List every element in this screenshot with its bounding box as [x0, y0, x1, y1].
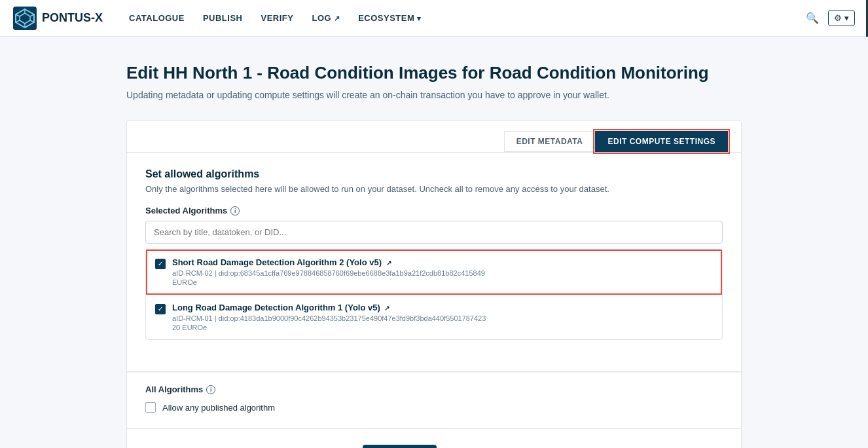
submit-button[interactable]: SUBMIT — [363, 445, 437, 448]
algorithm-search-input[interactable] — [145, 221, 723, 244]
logo-text: PONTUS-X — [42, 11, 103, 25]
info-icon[interactable]: i — [230, 206, 240, 215]
external-link-icon-2[interactable]: ↗ — [384, 305, 389, 312]
check-icon: ✓ — [158, 261, 163, 267]
algorithm-1-price: EUROe — [172, 278, 713, 286]
nav-catalogue[interactable]: CATALOGUE — [129, 13, 185, 23]
algorithm-list: ✓ Short Road Damage Detection Algorithm … — [145, 249, 723, 340]
algorithm-2-price: 20 EUROe — [172, 324, 713, 331]
external-link-icon-1[interactable]: ↗ — [386, 259, 391, 267]
algorithm-item-1: ✓ Short Road Damage Detection Algorithm … — [146, 250, 722, 295]
allow-any-label: Allow any published algorithm — [162, 403, 275, 413]
page-title: Edit HH North 1 - Road Condition Images … — [126, 63, 742, 83]
selected-algorithms-label: Selected Algorithms i — [145, 206, 723, 215]
algorithm-2-checkbox[interactable]: ✓ — [155, 304, 166, 314]
algorithm-2-name: Long Road Damage Detection Algorithm 1 (… — [172, 303, 713, 312]
gear-icon: ⚙ — [834, 13, 842, 23]
allow-any-checkbox[interactable] — [145, 402, 156, 413]
algorithm-item-2: ✓ Long Road Damage Detection Algorithm 1… — [146, 295, 722, 339]
header-right: 🔍 ⚙ ▾ — [803, 9, 855, 27]
nav-ecosystem[interactable]: ECOSYSTEM — [358, 13, 421, 23]
algorithm-1-checkbox[interactable]: ✓ — [155, 259, 166, 269]
check-icon-2: ✓ — [158, 306, 163, 312]
search-button[interactable]: 🔍 — [803, 9, 822, 27]
all-algorithms-label: All Algorithms i — [145, 384, 723, 394]
algorithm-1-info: Short Road Damage Detection Algorithm 2 … — [172, 257, 713, 286]
set-allowed-desc: Only the algorithms selected here will b… — [145, 184, 723, 194]
main-nav: CATALOGUE PUBLISH VERIFY LOG ECOSYSTEM — [129, 13, 803, 23]
main-content: Edit HH North 1 - Road Condition Images … — [113, 37, 755, 448]
logo-icon — [13, 7, 37, 30]
footer-actions: SUBMIT CANCEL — [127, 429, 741, 448]
nav-publish[interactable]: PUBLISH — [203, 13, 243, 23]
nav-log[interactable]: LOG — [312, 13, 340, 23]
all-algorithms-section: All Algorithms i Allow any published alg… — [127, 372, 741, 428]
page-subtitle: Updating metadata or updating compute se… — [126, 90, 742, 100]
header: PONTUS-X CATALOGUE PUBLISH VERIFY LOG EC… — [0, 0, 868, 37]
edit-card: EDIT METADATA EDIT COMPUTE SETTINGS Set … — [126, 120, 742, 448]
algorithm-2-info: Long Road Damage Detection Algorithm 1 (… — [172, 303, 713, 331]
all-algo-info-icon[interactable]: i — [206, 385, 215, 394]
set-allowed-title: Set allowed algorithms — [145, 168, 723, 180]
algorithm-2-meta: aID-RCM-01 | did:op:4183da1b9000f90c4262… — [172, 314, 713, 322]
tab-edit-metadata[interactable]: EDIT METADATA — [504, 131, 596, 152]
algorithm-1-meta: aID-RCM-02 | did:op:68345a1cffa769e97884… — [172, 269, 713, 277]
allow-any-row: Allow any published algorithm — [145, 402, 723, 413]
settings-button[interactable]: ⚙ ▾ — [828, 10, 855, 26]
cancel-button[interactable]: CANCEL — [447, 445, 505, 448]
tab-bar: EDIT METADATA EDIT COMPUTE SETTINGS — [127, 121, 741, 153]
nav-verify[interactable]: VERIFY — [261, 13, 293, 23]
algorithm-1-name: Short Road Damage Detection Algorithm 2 … — [172, 257, 713, 267]
logo[interactable]: PONTUS-X — [13, 7, 103, 30]
tab-edit-compute[interactable]: EDIT COMPUTE SETTINGS — [595, 131, 728, 152]
chevron-down-icon: ▾ — [844, 13, 849, 23]
set-allowed-section: Set allowed algorithms Only the algorith… — [127, 153, 741, 371]
